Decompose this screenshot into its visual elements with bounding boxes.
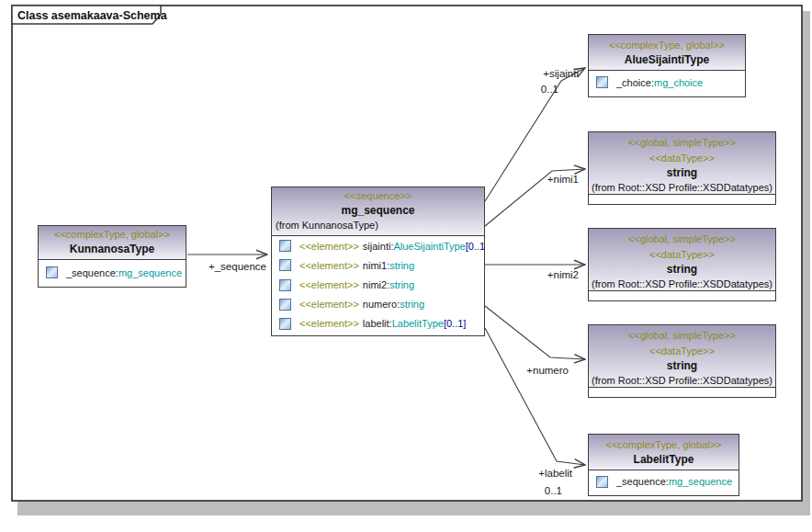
element-text: <<element>>nimi1:string: [299, 260, 414, 271]
connector-label-labelit[interactable]: +labelit: [538, 468, 573, 479]
attribute-row[interactable]: _sequence:mg_sequence: [589, 470, 739, 492]
class-box-string-2[interactable]: <<global, simpleType>> <<dataType>> stri…: [588, 228, 776, 301]
element-row[interactable]: <<element>>nimi2:string: [272, 275, 484, 294]
class-name: mg_sequence: [272, 203, 484, 219]
attribute-icon: [596, 76, 608, 88]
class-name: LabelitType: [589, 452, 739, 468]
class-box-string-1[interactable]: <<global, simpleType>> <<dataType>> stri…: [588, 131, 776, 205]
class-name: string: [589, 262, 775, 277]
class-box-string-3[interactable]: <<global, simpleType>> <<dataType>> stri…: [588, 324, 776, 398]
attribute-text: _sequence:mg_sequence: [616, 476, 732, 487]
stereotype-label: <<global, simpleType>>: [589, 231, 775, 246]
element-row[interactable]: <<element>>nimi1:string: [272, 255, 484, 275]
attribute-text: _sequence:mg_sequence: [66, 267, 182, 278]
origin-label: (from Root::XSD Profile::XSDDatatypes): [589, 181, 775, 195]
element-text: <<element>>sijainti:AlueSijaintiType[0..…: [299, 241, 484, 252]
class-box-aluesijaintitype[interactable]: <<complexType, global>> AlueSijaintiType…: [588, 34, 746, 97]
connector-label-nimi1[interactable]: +nimi1: [547, 174, 579, 185]
element-row[interactable]: <<element>>sijainti:AlueSijaintiType[0..…: [272, 236, 484, 255]
multiplicity-label-sijainti[interactable]: 0..1: [541, 84, 558, 95]
element-text: <<element>>labelit:LabelitType[0..1]: [299, 318, 466, 329]
connector-label-sijainti[interactable]: +sijainti: [543, 68, 579, 79]
class-box-kunnanosatype[interactable]: <<complexType, global>> KunnanosaType _s…: [38, 225, 186, 288]
diagram-canvas: Class asemakaava-Schema +_sequence +sija…: [0, 0, 812, 532]
element-text: <<element>>nimi2:string: [299, 279, 414, 290]
origin-label: (from Root::XSD Profile::XSDDatatypes): [589, 277, 775, 291]
element-text: <<element>>numero:string: [299, 299, 424, 310]
diagram-title: Class asemakaava-Schema: [17, 9, 168, 22]
stereotype-label: <<complexType, global>>: [589, 37, 745, 52]
attribute-icon: [46, 266, 58, 278]
class-name: KunnanosaType: [39, 242, 186, 257]
element-icon: [279, 259, 291, 271]
class-name: string: [589, 358, 775, 374]
origin-label: (from Root::XSD Profile::XSDDatatypes): [589, 374, 775, 388]
attribute-row[interactable]: _choice:mg_choice: [589, 71, 745, 94]
element-icon: [279, 299, 291, 311]
connector-label-numero[interactable]: +numero: [526, 365, 569, 376]
element-row[interactable]: <<element>>numero:string: [272, 295, 484, 314]
stereotype-label: <<sequence>>: [272, 187, 484, 203]
class-name: AlueSijaintiType: [589, 52, 745, 68]
attribute-text: _choice:mg_choice: [616, 77, 703, 88]
stereotype-label: <<global, simpleType>>: [589, 327, 775, 343]
class-box-mg-sequence[interactable]: <<sequence>> mg_sequence (from Kunnanosa…: [271, 187, 485, 336]
origin-label: (from KunnanosaType): [272, 219, 484, 232]
element-icon: [279, 240, 291, 252]
attribute-row[interactable]: _sequence:mg_sequence: [39, 260, 186, 285]
stereotype-label: <<global, simpleType>>: [589, 134, 775, 150]
element-icon: [279, 279, 291, 291]
class-box-labelittype[interactable]: <<complexType, global>> LabelitType _seq…: [588, 434, 739, 496]
stereotype-label: <<dataType>>: [589, 150, 775, 165]
stereotype-label: <<dataType>>: [589, 246, 775, 262]
class-name: string: [589, 165, 775, 181]
element-row[interactable]: <<element>>labelit:LabelitType[0..1]: [272, 314, 484, 334]
connector-label-sequence[interactable]: +_sequence: [209, 261, 266, 272]
attribute-icon: [596, 476, 608, 488]
multiplicity-label-labelit[interactable]: 0..1: [545, 485, 562, 496]
stereotype-label: <<dataType>>: [589, 343, 775, 358]
stereotype-label: <<complexType, global>>: [589, 436, 739, 452]
connector-label-nimi2[interactable]: +nimi2: [547, 269, 579, 280]
element-icon: [279, 318, 291, 330]
stereotype-label: <<complexType, global>>: [39, 226, 186, 242]
